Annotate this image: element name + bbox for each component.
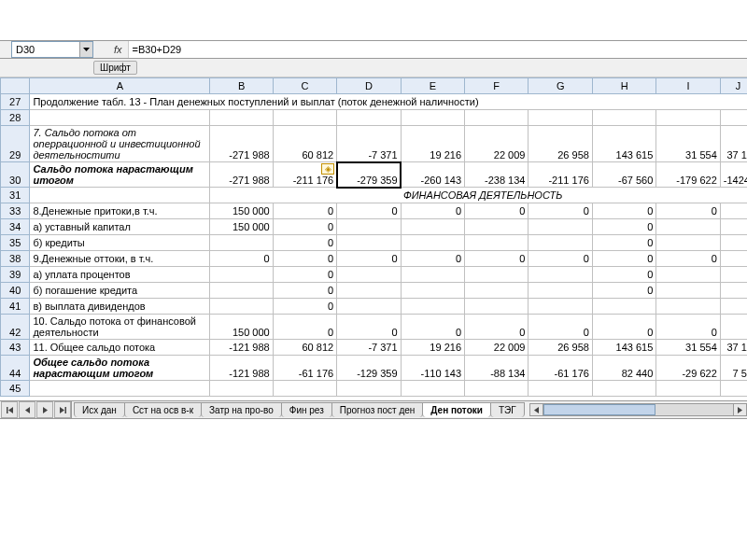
scroll-thumb[interactable] [543, 404, 655, 415]
cell[interactable] [465, 299, 529, 315]
cell[interactable] [656, 283, 720, 299]
cell[interactable] [210, 381, 273, 397]
cell[interactable]: 0 [465, 251, 529, 267]
col-header-I[interactable]: I [656, 78, 720, 94]
cell[interactable] [656, 299, 720, 315]
cell[interactable] [656, 381, 720, 397]
cell[interactable] [465, 219, 529, 235]
cell[interactable] [401, 299, 464, 315]
cell[interactable] [720, 315, 747, 340]
row-header[interactable]: 44 [1, 356, 30, 381]
cell[interactable] [30, 110, 210, 126]
tab-nav-last-icon[interactable] [54, 401, 71, 418]
cell[interactable]: -61 176 [273, 356, 336, 381]
cell[interactable] [529, 299, 592, 315]
sheet-tab[interactable]: Исх дан [74, 402, 125, 417]
name-box-dropdown-icon[interactable] [79, 42, 92, 57]
sheet-tab[interactable]: Ден потоки [422, 402, 491, 417]
cell[interactable]: 0 [273, 219, 336, 235]
cell[interactable]: 0 [529, 315, 592, 340]
row-label[interactable]: а) уплата процентов [30, 267, 210, 283]
cell[interactable] [401, 267, 464, 283]
cell[interactable]: 0 [465, 203, 529, 219]
cell[interactable]: 0 [656, 315, 720, 340]
cell[interactable] [401, 381, 464, 397]
cell[interactable]: 0 [401, 315, 464, 340]
cell[interactable]: 22 009 [465, 340, 529, 356]
row-header[interactable]: 35 [1, 235, 30, 251]
row-header[interactable]: 29 [1, 126, 30, 162]
cell[interactable] [720, 110, 747, 126]
cell[interactable]: 37 18 [720, 340, 747, 356]
scroll-right-icon[interactable] [733, 404, 746, 415]
cell[interactable] [465, 235, 529, 251]
cell[interactable] [529, 235, 592, 251]
cell[interactable] [30, 381, 210, 397]
cell[interactable]: 0 [656, 203, 720, 219]
col-header-D[interactable]: D [337, 78, 401, 94]
cell[interactable] [529, 283, 592, 299]
cell[interactable]: 60 812 [273, 340, 336, 356]
cell[interactable]: 0 [337, 315, 401, 340]
cell[interactable] [337, 235, 401, 251]
cell[interactable]: 150 000 [210, 203, 273, 219]
sheet-tab[interactable]: Прогноз пост ден [331, 402, 424, 417]
cell[interactable]: 26 958 [529, 126, 592, 162]
cell[interactable] [720, 251, 747, 267]
cell[interactable]: 143 615 [592, 126, 655, 162]
row-header[interactable]: 38 [1, 251, 30, 267]
col-header-F[interactable]: F [465, 78, 529, 94]
cell[interactable] [720, 381, 747, 397]
row-header[interactable]: 43 [1, 340, 30, 356]
cell[interactable]: 0 [592, 203, 655, 219]
cell[interactable]: 7 56 [720, 356, 747, 381]
cell[interactable]: -61 176 [529, 356, 592, 381]
row-label[interactable]: Сальдо потока нарастающим итогом [30, 162, 210, 188]
cell[interactable]: 150 000 [210, 315, 273, 340]
row-header[interactable]: 41 [1, 299, 30, 315]
cell[interactable]: 0 [592, 315, 655, 340]
cell[interactable]: 0 [592, 235, 655, 251]
cell[interactable]: 0 [592, 267, 655, 283]
cell[interactable] [720, 203, 747, 219]
cell[interactable]: 82 440 [592, 356, 655, 381]
cell[interactable] [656, 219, 720, 235]
scroll-left-icon[interactable] [530, 404, 543, 415]
col-header-G[interactable]: G [529, 78, 592, 94]
cell[interactable] [401, 219, 464, 235]
cell[interactable]: -14242 [720, 162, 747, 188]
spreadsheet-grid[interactable]: ABCDEFGHIJ 27Продолжение табл. 13 - План… [0, 77, 747, 397]
cell[interactable]: -260 143 [401, 162, 464, 188]
cell[interactable]: -211 176◈ [273, 162, 336, 188]
cell[interactable]: -121 988 [210, 340, 273, 356]
cell[interactable] [337, 219, 401, 235]
cell[interactable]: 143 615 [592, 340, 655, 356]
select-all-corner[interactable] [1, 78, 30, 94]
cell[interactable]: 22 009 [465, 126, 529, 162]
row-label[interactable]: б) кредиты [30, 235, 210, 251]
cell[interactable]: 0 [337, 251, 401, 267]
col-header-B[interactable]: B [210, 78, 273, 94]
row-label[interactable]: 11. Общее сальдо потока [30, 340, 210, 356]
cell[interactable]: -29 622 [656, 356, 720, 381]
cell[interactable] [401, 110, 464, 126]
col-header-C[interactable]: C [273, 78, 336, 94]
cell[interactable]: 0 [273, 251, 336, 267]
cell[interactable]: 19 216 [401, 340, 464, 356]
cell[interactable] [529, 267, 592, 283]
cell[interactable] [465, 283, 529, 299]
cell[interactable] [465, 267, 529, 283]
cell[interactable]: 0 [656, 251, 720, 267]
cell[interactable]: 31 554 [656, 340, 720, 356]
cell[interactable]: -7 371 [337, 126, 401, 162]
row-label[interactable]: 10. Сальдо потока от финансовой деятельн… [30, 315, 210, 340]
font-group-label[interactable]: Шрифт [93, 61, 137, 75]
cell[interactable]: 150 000 [210, 219, 273, 235]
cell[interactable] [529, 219, 592, 235]
cell[interactable] [529, 110, 592, 126]
cell[interactable]: 0 [273, 267, 336, 283]
row-label[interactable]: б) погашение кредита [30, 283, 210, 299]
row-header[interactable]: 34 [1, 219, 30, 235]
col-header-H[interactable]: H [592, 78, 655, 94]
cell[interactable]: 0 [465, 315, 529, 340]
